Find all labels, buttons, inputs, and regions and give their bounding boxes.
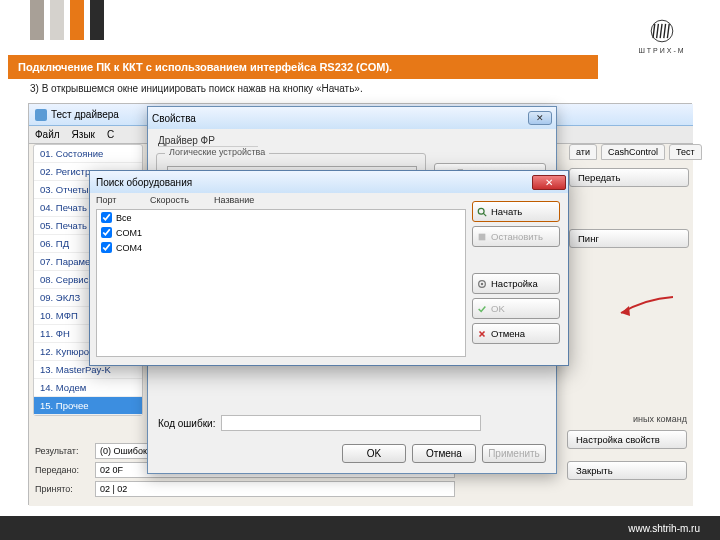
port-checkbox[interactable]	[101, 227, 112, 238]
close-icon[interactable]: ✕	[532, 175, 566, 190]
properties-title: Свойства	[152, 113, 196, 124]
search-columns: Порт Скорость Название	[96, 195, 254, 205]
window-title: Тест драйвера	[51, 109, 119, 120]
port-row-1[interactable]: COM1	[97, 225, 465, 240]
sidebar-item-14[interactable]: 15. Прочее	[34, 397, 142, 415]
svg-point-10	[481, 282, 484, 285]
properties-header: Драйвер ФР	[158, 135, 258, 147]
ports-list[interactable]: ВсеCOM1COM4	[96, 209, 466, 357]
col-name: Название	[214, 195, 254, 205]
error-label: Код ошибки:	[158, 418, 215, 429]
cancel-label: Отмена	[491, 328, 525, 339]
port-row-2[interactable]: COM4	[97, 240, 465, 255]
search-hardware-dialog: Поиск оборудования ✕ Порт Скорость Назва…	[89, 170, 569, 366]
col-port: Порт	[96, 195, 144, 205]
properties-settings-button[interactable]: Настройка свойств	[567, 430, 687, 449]
brand-logo: ШТРИХ-М	[634, 18, 690, 54]
result-label: Результат:	[35, 446, 95, 456]
search-title-bar: Поиск оборудования ✕	[90, 171, 568, 193]
error-field[interactable]	[221, 415, 481, 431]
stop-search-button[interactable]: Остановить	[472, 226, 560, 247]
group-label: Логические устройства	[165, 147, 269, 157]
port-label: Все	[116, 213, 132, 223]
send-button[interactable]: Передать	[569, 168, 689, 187]
port-label: COM1	[116, 228, 142, 238]
properties-title-bar: Свойства ✕	[148, 107, 556, 129]
recv-label: Принято:	[35, 484, 95, 494]
sidebar-item-0[interactable]: 01. Состояние	[34, 145, 142, 163]
cancel-icon	[477, 329, 487, 339]
cancel-button[interactable]: Отмена	[472, 323, 560, 344]
setup-label: Настройка	[491, 278, 538, 289]
cancel-button[interactable]: Отмена	[412, 444, 476, 463]
ok-label: OK	[491, 303, 505, 314]
svg-line-7	[484, 213, 487, 216]
step-instruction: 3) В открывшемся окне инициировать поиск…	[30, 83, 363, 94]
tab-print[interactable]: ати	[569, 144, 597, 160]
close-button[interactable]: Закрыть	[567, 461, 687, 480]
page-heading: Подключение ПК к ККТ с использованием ин…	[8, 55, 598, 79]
tab-test[interactable]: Тест	[669, 144, 702, 160]
sent-label: Передано:	[35, 465, 95, 475]
footer-bar: www.shtrih-m.ru	[0, 516, 720, 540]
start-label: Начать	[491, 206, 522, 217]
svg-rect-8	[479, 233, 486, 240]
setup-button[interactable]: Настройка	[472, 273, 560, 294]
right-panel: ати CashControl Тест Передать Пинг	[569, 144, 689, 260]
right-label: иных команд	[567, 414, 687, 424]
tab-cashcontrol[interactable]: CashControl	[601, 144, 665, 160]
brand-name: ШТРИХ-М	[634, 47, 690, 54]
check-icon	[477, 304, 487, 314]
apply-button[interactable]: Применить	[482, 444, 546, 463]
ok-button[interactable]: OK	[342, 444, 406, 463]
search-icon	[477, 207, 487, 217]
recv-field[interactable]	[95, 481, 455, 497]
col-speed: Скорость	[150, 195, 208, 205]
stop-icon	[477, 232, 487, 242]
close-icon[interactable]: ✕	[528, 111, 552, 125]
menu-misc[interactable]: С	[107, 129, 114, 140]
gear-icon	[477, 279, 487, 289]
menu-lang[interactable]: Язык	[72, 129, 95, 140]
brand-stripes	[30, 0, 104, 40]
stop-label: Остановить	[491, 231, 543, 242]
port-label: COM4	[116, 243, 142, 253]
port-checkbox[interactable]	[101, 242, 112, 253]
svg-point-6	[478, 208, 484, 214]
sidebar-item-13[interactable]: 14. Модем	[34, 379, 142, 397]
ping-button[interactable]: Пинг	[569, 229, 689, 248]
app-icon	[35, 109, 47, 121]
search-title: Поиск оборудования	[96, 177, 192, 188]
menu-file[interactable]: Файл	[35, 129, 60, 140]
ok-button[interactable]: OK	[472, 298, 560, 319]
start-search-button[interactable]: Начать	[472, 201, 560, 222]
port-checkbox[interactable]	[101, 212, 112, 223]
footer-site: www.shtrih-m.ru	[628, 523, 700, 534]
screenshot-area: Тест драйвера Файл Язык С 01. Состояние0…	[28, 103, 692, 505]
port-row-0[interactable]: Все	[97, 210, 465, 225]
